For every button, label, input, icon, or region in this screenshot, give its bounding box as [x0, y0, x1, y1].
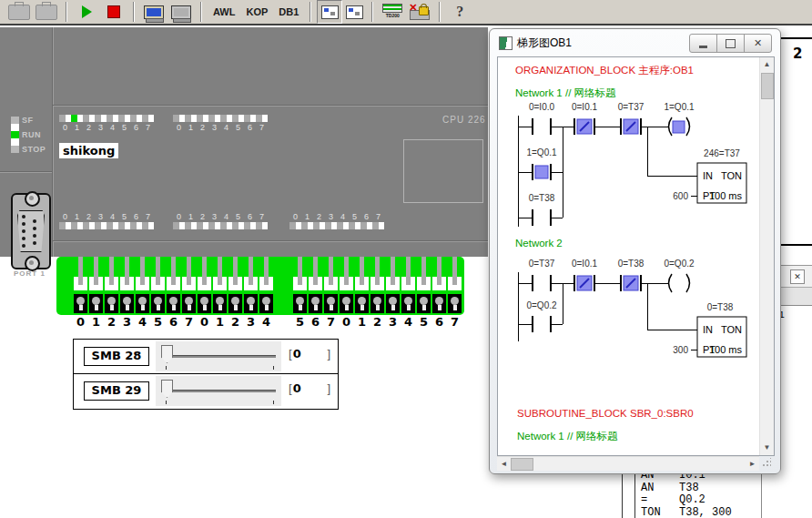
horizontal-scrollbar[interactable]: ◄ ►: [497, 456, 759, 471]
bulb-icon: [451, 297, 459, 305]
switch-lever[interactable]: [313, 257, 318, 285]
slider-track[interactable]: [163, 355, 276, 358]
switch-lever[interactable]: [329, 257, 333, 285]
bulb-base: [95, 305, 98, 310]
switch-lever[interactable]: [421, 257, 426, 285]
input-switch[interactable]: [228, 257, 243, 315]
switch-lever[interactable]: [140, 257, 145, 285]
db1-editor-button-disabled[interactable]: [35, 1, 58, 23]
bulb-base: [360, 305, 364, 310]
switch-lever[interactable]: [391, 257, 395, 285]
input-switch[interactable]: [370, 257, 385, 315]
slider-thumb[interactable]: [161, 380, 173, 398]
switch-lever[interactable]: [249, 257, 253, 285]
close-button[interactable]: ✕: [744, 34, 772, 53]
slider-thumb[interactable]: [161, 345, 173, 363]
awl-editor-button-disabled[interactable]: [7, 1, 31, 23]
lock-icon: ✕: [410, 5, 430, 20]
switch-lever[interactable]: [298, 257, 302, 285]
input-switch[interactable]: [73, 257, 88, 315]
ladder-view-button[interactable]: [317, 0, 342, 24]
input-switch[interactable]: [323, 257, 339, 315]
input-switch[interactable]: [181, 257, 197, 315]
input-switch[interactable]: [243, 257, 259, 315]
bulb-icon: [231, 297, 239, 305]
input-switch[interactable]: [88, 257, 104, 315]
terminal-number: 3: [385, 315, 401, 329]
led-number-labels: 01234567: [173, 212, 268, 221]
switch-lever[interactable]: [78, 257, 83, 285]
status-led-run: [11, 131, 19, 138]
contact-label: 0=T38: [618, 259, 645, 269]
vertical-scrollbar[interactable]: ▲ ▼: [759, 57, 774, 455]
scroll-right-arrow[interactable]: ►: [746, 457, 759, 471]
close-button[interactable]: ✕: [790, 269, 805, 284]
led-number: 0: [59, 123, 71, 132]
smb28-slider[interactable]: [156, 341, 281, 371]
switch-lever[interactable]: [452, 257, 457, 285]
input-switch[interactable]: [104, 257, 119, 315]
scroll-down-arrow[interactable]: ▼: [760, 441, 774, 455]
input-switch[interactable]: [339, 257, 354, 315]
switch-lever[interactable]: [202, 257, 207, 285]
db1-view-button[interactable]: DB1: [273, 6, 304, 17]
switch-lever[interactable]: [233, 257, 238, 285]
led-number: 6: [360, 212, 372, 221]
window-titlebar[interactable]: 梯形图OB1: [499, 36, 572, 51]
switch-lever[interactable]: [344, 257, 349, 285]
vertical-scroll-thumb[interactable]: [761, 73, 774, 99]
input-switch[interactable]: [416, 257, 431, 315]
bulb-icon: [296, 297, 304, 305]
help-button[interactable]: ?: [448, 1, 472, 23]
input-switch[interactable]: [197, 257, 212, 315]
input-switch[interactable]: [212, 257, 228, 315]
input-switch[interactable]: [447, 257, 462, 315]
switch-lever[interactable]: [264, 257, 269, 285]
switch-lever[interactable]: [109, 257, 114, 285]
input-switch[interactable]: [135, 257, 150, 315]
switch-lever[interactable]: [218, 257, 222, 285]
plc-faceplate: SFRUNSTOP 01234567 01234567 CPU 226 shik…: [0, 27, 488, 257]
input-switch[interactable]: [150, 257, 166, 315]
stop-button[interactable]: [102, 1, 126, 23]
terminal-number: 5: [150, 315, 166, 329]
scroll-up-arrow[interactable]: ▲: [760, 57, 774, 72]
switch-lever[interactable]: [125, 257, 129, 285]
download-button[interactable]: [142, 1, 166, 23]
scroll-left-arrow[interactable]: ◄: [497, 457, 511, 471]
input-switch[interactable]: [259, 257, 274, 315]
minimize-button[interactable]: [689, 34, 717, 53]
switch-lever[interactable]: [187, 257, 191, 285]
input-switch[interactable]: [166, 257, 181, 315]
horizontal-scroll-thumb[interactable]: [511, 458, 533, 471]
input-switch[interactable]: [401, 257, 416, 315]
input-switch[interactable]: [308, 257, 323, 315]
lock-button[interactable]: ✕: [408, 1, 431, 23]
input-switch[interactable]: [292, 257, 308, 315]
td200-button[interactable]: TD200: [381, 1, 404, 23]
input-switch[interactable]: [119, 257, 135, 315]
switch-lever[interactable]: [437, 257, 442, 285]
upload-button-disabled[interactable]: [169, 1, 193, 23]
switch-lever[interactable]: [360, 257, 364, 285]
kop-view-button[interactable]: KOP: [240, 6, 273, 17]
input-switch[interactable]: [431, 257, 447, 315]
toolbar-separator: [371, 2, 373, 22]
input-switch[interactable]: [354, 257, 370, 315]
slider-track[interactable]: [163, 390, 276, 392]
input-switch[interactable]: [385, 257, 401, 315]
status-chart-button[interactable]: [342, 1, 366, 23]
maximize-button[interactable]: [716, 34, 745, 53]
window-icon: [499, 36, 513, 50]
switch-lever[interactable]: [406, 257, 411, 285]
connector-pin: [33, 227, 36, 230]
switch-lever[interactable]: [94, 257, 98, 285]
awl-view-button[interactable]: AWL: [208, 6, 240, 17]
smb29-slider[interactable]: [156, 376, 281, 406]
run-button[interactable]: [75, 1, 98, 23]
switch-lever[interactable]: [156, 257, 160, 285]
switch-lever[interactable]: [375, 257, 380, 285]
led-number: 2: [313, 212, 325, 221]
switch-lever[interactable]: [171, 257, 176, 285]
resize-grip[interactable]: [762, 458, 771, 467]
